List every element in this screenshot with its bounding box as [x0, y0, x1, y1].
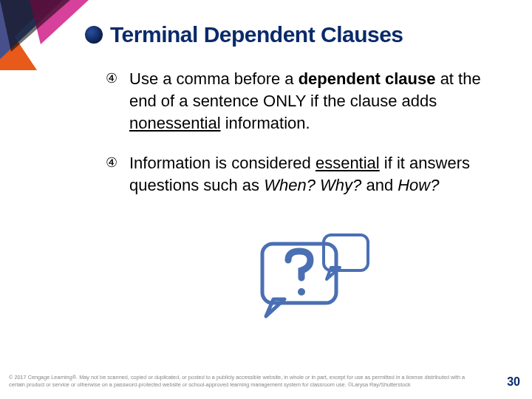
title-row: Terminal Dependent Clauses: [85, 22, 510, 47]
svg-point-6: [298, 288, 305, 296]
bullet-marker: ④: [106, 152, 119, 173]
svg-rect-7: [324, 235, 368, 270]
slide-content: Terminal Dependent Clauses ④ Use a comma…: [85, 22, 510, 214]
copyright-text: © 2017 Cengage Learning®. May not be sca…: [9, 374, 482, 389]
title-bullet-icon: [85, 26, 103, 44]
footer: © 2017 Cengage Learning®. May not be sca…: [9, 374, 523, 389]
question-speech-bubble-icon: [236, 229, 377, 332]
bullet-marker: ④: [106, 68, 119, 89]
page-number: 30: [507, 375, 520, 389]
corner-decoration: [0, 0, 89, 70]
slide-title: Terminal Dependent Clauses: [110, 22, 403, 47]
bullet-text: Use a comma before a dependent clause at…: [129, 68, 506, 134]
list-item: ④ Use a comma before a dependent clause …: [106, 68, 510, 134]
list-item: ④ Information is considered essential if…: [106, 152, 510, 197]
bullet-list: ④ Use a comma before a dependent clause …: [85, 68, 510, 197]
bullet-text: Information is considered essential if i…: [129, 152, 506, 197]
